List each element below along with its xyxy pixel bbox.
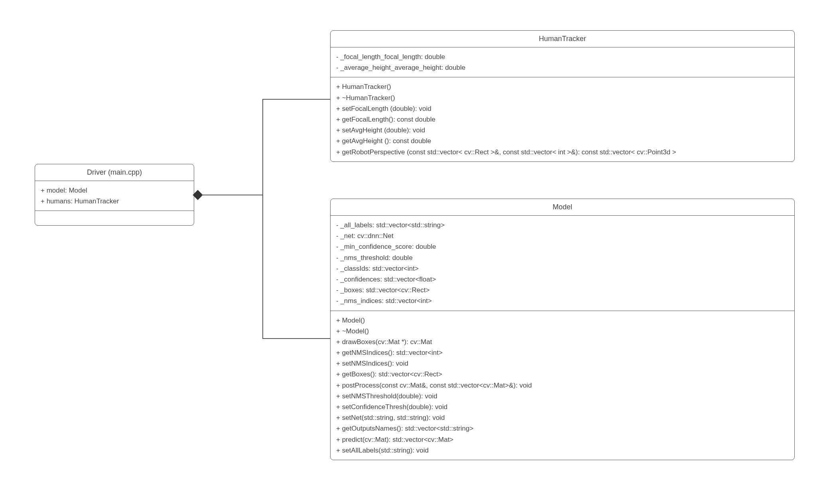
class-title-humantracker: HumanTracker <box>331 31 794 47</box>
method-line: + setConfidenceThresh(double): void <box>336 402 789 412</box>
attribute-line: - _classIds: std::vector<int> <box>336 263 789 274</box>
method-line: + getOutputsNames(): std::vector<std::st… <box>336 423 789 434</box>
method-line: + ~HumanTracker() <box>336 93 789 103</box>
connector-line <box>262 338 330 339</box>
attribute-line: + humans: HumanTracker <box>41 196 188 207</box>
attribute-line: - _average_height_average_height: double <box>336 62 789 73</box>
connector-line <box>262 99 263 339</box>
class-methods-humantracker: + HumanTracker() + ~HumanTracker() + set… <box>331 77 794 161</box>
attribute-line: - _all_labels: std::vector<std::string> <box>336 220 789 230</box>
attribute-line: - _nms_indices: std::vector<int> <box>336 295 789 306</box>
attribute-line: - _nms_threshold: double <box>336 252 789 263</box>
class-title-driver: Driver (main.cpp) <box>35 164 194 181</box>
attribute-line: - _boxes: std::vector<cv::Rect> <box>336 285 789 295</box>
method-line: + predict(cv::Mat): std::vector<cv::Mat> <box>336 434 789 445</box>
method-line: + HumanTracker() <box>336 81 789 92</box>
method-line: + setNMSThreshold(double): void <box>336 391 789 402</box>
method-line: + ~Model() <box>336 326 789 337</box>
class-attributes-model: - _all_labels: std::vector<std::string> … <box>331 216 794 311</box>
class-driver: Driver (main.cpp) + model: Model + human… <box>35 164 194 226</box>
method-line: + drawBoxes(cv::Mat *): cv::Mat <box>336 337 789 347</box>
class-title-model: Model <box>331 199 794 216</box>
attribute-line: - _net: cv::dnn::Net <box>336 230 789 241</box>
method-line: + getAvgHeight (): const double <box>336 136 789 146</box>
class-methods-driver <box>35 211 194 225</box>
method-line: + getFocalLength(): const double <box>336 114 789 125</box>
connector-line <box>262 99 330 100</box>
method-line: + getNMSIndices(): std::vector<int> <box>336 347 789 358</box>
method-line: + postProcess(const cv::Mat&, const std:… <box>336 380 789 391</box>
method-line: + setAvgHeight (double): void <box>336 125 789 136</box>
class-methods-model: + Model() + ~Model() + drawBoxes(cv::Mat… <box>331 311 794 460</box>
method-line: + setFocalLength (double): void <box>336 103 789 114</box>
class-humantracker: HumanTracker - _focal_length_focal_lengt… <box>330 30 795 162</box>
method-line: + getRobotPerspective (const std::vector… <box>336 147 789 158</box>
method-line: + setAllLabels(std::string): void <box>336 445 789 456</box>
attribute-line: + model: Model <box>41 185 188 196</box>
method-line: + setNet(std::string, std::string): void <box>336 412 789 423</box>
attribute-line: - _min_confidence_score: double <box>336 241 789 252</box>
class-model: Model - _all_labels: std::vector<std::st… <box>330 199 795 460</box>
method-line: + Model() <box>336 315 789 326</box>
class-attributes-humantracker: - _focal_length_focal_length: double - _… <box>331 47 794 77</box>
class-attributes-driver: + model: Model + humans: HumanTracker <box>35 181 194 211</box>
attribute-line: - _confidences: std::vector<float> <box>336 274 789 285</box>
method-line: + setNMSIndices(): void <box>336 358 789 369</box>
connector-line <box>201 195 263 195</box>
method-line: + getBoxes(): std::vector<cv::Rect> <box>336 369 789 380</box>
attribute-line: - _focal_length_focal_length: double <box>336 51 789 62</box>
